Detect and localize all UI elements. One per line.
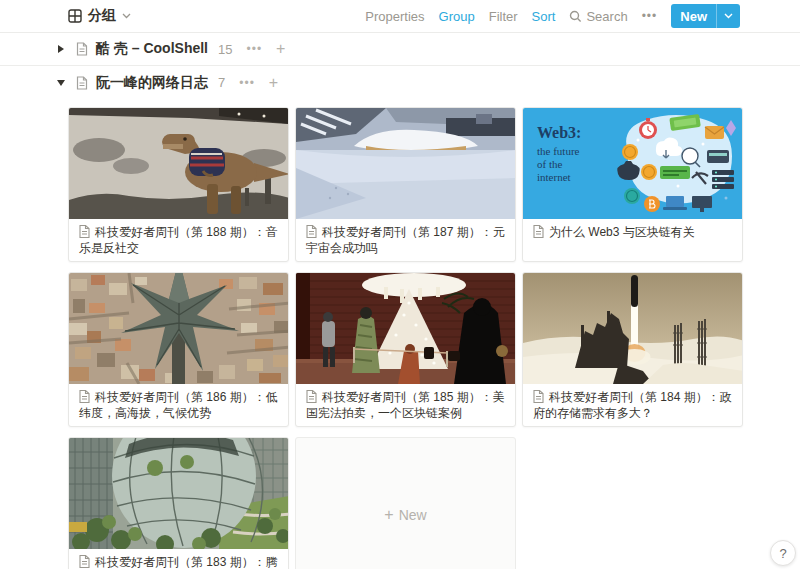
card-issue-184[interactable]: 科技爱好者周刊（第 184 期）：政府的存储需求有多大？: [522, 272, 743, 427]
thumbnail-glass-spheres-image: [69, 438, 288, 549]
group-header-coolshell: 酷 壳 – CoolShell 15 ••• +: [0, 33, 800, 66]
new-button-label: New: [671, 9, 716, 24]
card-title: 科技爱好者周刊（第 188 期）：音乐是反社交: [69, 219, 288, 262]
view-name: 分组: [88, 7, 116, 25]
document-icon: [79, 390, 90, 403]
thumbnail-web3-graphic-image: Web3: the future of the internet: [523, 108, 742, 219]
gallery-view-icon: [68, 9, 82, 23]
card-title: 为什么 Web3 与区块链有关: [523, 219, 742, 246]
card-title: 科技爱好者周刊（第 184 期）：政府的存储需求有多大？: [523, 384, 742, 427]
new-card-label: New: [399, 507, 427, 523]
card-issue-185[interactable]: 科技爱好者周刊（第 185 期）：美国宪法拍卖，一个区块链案例: [295, 272, 516, 427]
group-count: 15: [218, 42, 232, 57]
triangle-right-icon: [57, 44, 65, 54]
group-add-icon[interactable]: +: [269, 75, 278, 91]
search-icon: [569, 10, 582, 23]
toolbar-actions: Properties Group Filter Sort Search ••• …: [365, 4, 740, 28]
document-icon: [306, 225, 317, 238]
page-icon: [76, 76, 88, 90]
document-icon: [79, 555, 90, 568]
thumbnail-trex-museum-image: [69, 108, 288, 219]
gallery-grid: 科技爱好者周刊（第 188 期）：音乐是反社交: [68, 107, 743, 569]
thumbnail-rocket-launch-image: [523, 273, 742, 384]
group-name[interactable]: 酷 壳 – CoolShell: [96, 40, 208, 58]
properties-button[interactable]: Properties: [365, 9, 424, 24]
document-icon: [533, 225, 544, 238]
card-title: 科技爱好者周刊（第 185 期）：美国宪法拍卖，一个区块链案例: [296, 384, 515, 427]
page-icon: [76, 42, 88, 56]
group-add-icon[interactable]: +: [276, 41, 285, 57]
help-icon: ?: [779, 546, 786, 561]
card-title: 科技爱好者周刊（第 186 期）：低纬度，高海拔，气候优势: [69, 384, 288, 427]
card-issue-186[interactable]: 科技爱好者周刊（第 186 期）：低纬度，高海拔，气候优势: [68, 272, 289, 427]
card-title: 科技爱好者周刊（第 183 期）：腾讯的员工退休福利: [69, 549, 288, 569]
triangle-down-icon: [56, 79, 66, 87]
notion-gallery-page: 分组 Properties Group Filter Sort Search •…: [0, 0, 800, 569]
card-issue-183[interactable]: 科技爱好者周刊（第 183 期）：腾讯的员工退休福利: [68, 437, 289, 569]
help-button[interactable]: ?: [770, 540, 796, 566]
card-web3[interactable]: Web3: the future of the internet: [522, 107, 743, 262]
card-issue-188[interactable]: 科技爱好者周刊（第 188 期）：音乐是反社交: [68, 107, 289, 262]
group-button[interactable]: Group: [439, 9, 475, 24]
card-title: 科技爱好者周刊（第 187 期）：元宇宙会成功吗: [296, 219, 515, 262]
document-icon: [533, 390, 544, 403]
search-button[interactable]: Search: [569, 9, 627, 24]
view-switcher[interactable]: 分组: [68, 7, 131, 25]
sort-button[interactable]: Sort: [532, 9, 556, 24]
view-toolbar: 分组 Properties Group Filter Sort Search •…: [0, 0, 800, 33]
group-more-icon[interactable]: •••: [246, 42, 262, 56]
crypto-icons-cluster: [608, 112, 738, 216]
new-button-dropdown[interactable]: [717, 13, 740, 19]
chevron-down-icon: [724, 13, 733, 19]
more-options-icon[interactable]: •••: [642, 9, 658, 23]
group-header-ruanyifeng: 阮一峰的网络日志 7 ••• +: [0, 66, 800, 99]
card-issue-187[interactable]: 科技爱好者周刊（第 187 期）：元宇宙会成功吗: [295, 107, 516, 262]
group-count: 7: [218, 75, 225, 90]
group-collapse-toggle[interactable]: [54, 44, 68, 54]
search-label: Search: [586, 9, 627, 24]
thumbnail-snow-building-image: [296, 108, 515, 219]
group-collapse-toggle[interactable]: [54, 79, 68, 87]
web3-caption: Web3: the future of the internet: [523, 108, 581, 219]
plus-icon: +: [384, 506, 393, 524]
thumbnail-night-tent-image: [296, 273, 515, 384]
document-icon: [306, 390, 317, 403]
new-card-button[interactable]: + New: [295, 437, 516, 569]
chevron-down-icon: [122, 13, 131, 19]
filter-button[interactable]: Filter: [489, 9, 518, 24]
thumbnail-city-star-image: [69, 273, 288, 384]
group-name[interactable]: 阮一峰的网络日志: [96, 74, 208, 92]
group-more-icon[interactable]: •••: [239, 76, 255, 90]
new-button[interactable]: New: [671, 4, 740, 28]
document-icon: [79, 225, 90, 238]
